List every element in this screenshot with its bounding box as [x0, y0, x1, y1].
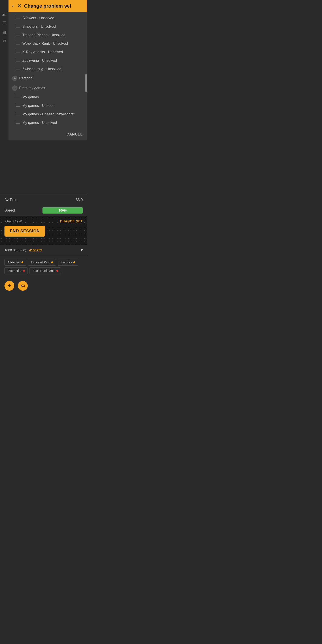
skewers-item[interactable]: Skewers - Unsolved	[8, 14, 87, 22]
personal-section[interactable]: + Personal	[8, 73, 87, 83]
modal-title: Change problem set	[24, 3, 71, 9]
modal-scrollbar-thumb[interactable]	[86, 74, 87, 92]
distraction-tag[interactable]: Distraction	[4, 268, 28, 274]
exposed-king-dot	[51, 262, 53, 263]
bottom-actions: + 🏷	[0, 278, 87, 294]
modal-header: ‹ ✕ Change problem set	[8, 0, 87, 12]
tags-area: Attraction Exposed King Sacrifice Distra…	[0, 255, 87, 278]
from-my-games-toggle[interactable]: −	[12, 86, 18, 91]
back-rank-mate-dot	[56, 270, 58, 272]
my-games-unseen-item[interactable]: My games - Unseen	[8, 102, 87, 110]
sidebar-time: 03	[3, 39, 6, 42]
speed-bar-fill: 100%	[42, 207, 83, 214]
av-time-row: Av Time 33.0	[0, 194, 87, 205]
score-value: 1080.34 (0.00) #158753	[4, 248, 42, 252]
chat-icon[interactable]: ☰	[3, 20, 6, 26]
speed-label: Speed	[4, 208, 15, 212]
av-time-label: Av Time	[4, 198, 18, 202]
sidebar-rating: 277	[2, 14, 6, 16]
score-chevron[interactable]: ▾	[81, 248, 83, 252]
change-set-button[interactable]: CHANGE SET	[60, 219, 83, 223]
speed-row: Speed 100%	[0, 205, 87, 216]
smothers-item[interactable]: Smothers - Unsolved	[8, 22, 87, 31]
sidebar: 277 ☰ ▦ 03	[0, 0, 9, 134]
sacrifice-tag[interactable]: Sacrifice	[58, 259, 78, 266]
modal-content: Skewers - Unsolved Smothers - Unsolved T…	[8, 12, 87, 129]
zwischenzug-item[interactable]: Zwischenzug - Unsolved	[8, 65, 87, 73]
main-bottom-section: < m2 < 1270 CHANGE SET END SESSION	[0, 216, 87, 245]
modal-close-button[interactable]: ✕	[17, 4, 21, 8]
attraction-dot	[22, 262, 23, 263]
score-row: 1080.34 (0.00) #158753 ▾	[0, 245, 87, 255]
set-info-text: < m2 < 1270	[4, 219, 22, 223]
stats-icon[interactable]: ▦	[3, 30, 6, 35]
av-time-value: 33.0	[76, 198, 83, 202]
sacrifice-dot	[73, 262, 75, 263]
personal-toggle[interactable]: +	[12, 76, 18, 81]
attraction-tag[interactable]: Attraction	[4, 259, 26, 266]
cancel-button[interactable]: CANCEL	[8, 129, 87, 140]
change-problem-set-modal: ‹ ✕ Change problem set Skewers - Unsolve…	[8, 0, 87, 140]
distraction-dot	[23, 270, 25, 272]
end-session-button[interactable]: END SESSION	[4, 226, 45, 236]
exposed-king-tag[interactable]: Exposed King	[28, 259, 56, 266]
my-games-item[interactable]: My games	[8, 93, 87, 102]
tag-button[interactable]: 🏷	[18, 281, 28, 291]
set-info-row: < m2 < 1270 CHANGE SET	[4, 219, 83, 223]
my-games-unsolved-item[interactable]: My games - Unsolved	[8, 118, 87, 127]
back-rank-mate-tag[interactable]: Back Rank Mate	[30, 268, 61, 274]
trapped-pieces-item[interactable]: Trapped Pieces - Unsolved	[8, 31, 87, 39]
x-ray-attacks-item[interactable]: X-Ray Attacks - Unsolved	[8, 48, 87, 56]
from-my-games-section[interactable]: − From my games	[8, 83, 87, 93]
my-games-unseen-newest-item[interactable]: My games - Unseen, newest first	[8, 110, 87, 118]
below-modal-area: Av Time 33.0 Speed 100% < m2 < 1270 CHAN…	[0, 194, 87, 294]
speed-bar[interactable]: 100%	[42, 207, 83, 214]
zugzwang-item[interactable]: Zugzwang - Unsolved	[8, 56, 87, 65]
modal-back-arrow[interactable]: ‹	[12, 3, 14, 9]
score-link[interactable]: #158753	[29, 248, 42, 252]
weak-back-rank-item[interactable]: Weak Back Rank - Unsolved	[8, 39, 87, 48]
modal-scrollbar[interactable]	[86, 23, 87, 116]
add-button[interactable]: +	[4, 281, 14, 291]
